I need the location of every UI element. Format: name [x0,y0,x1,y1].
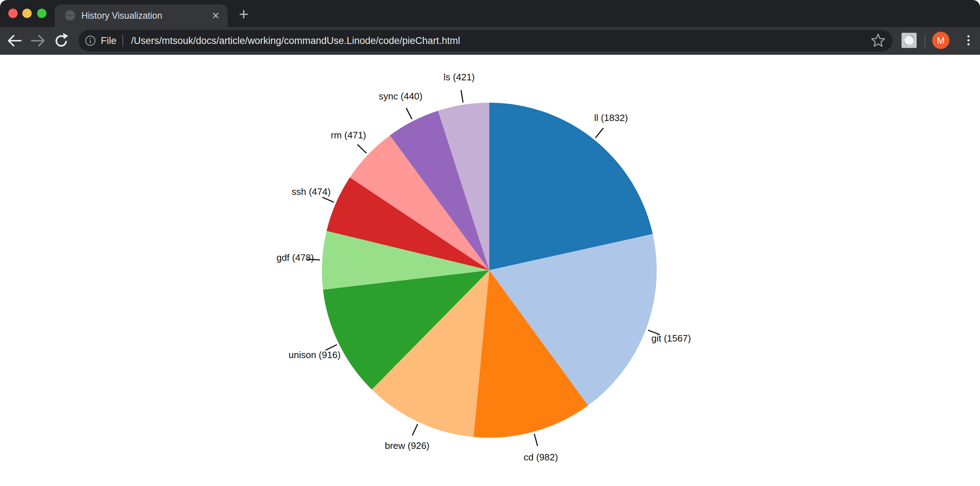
slice-label-rm: rm (471) [331,130,366,140]
macos-zoom-button[interactable] [37,9,46,18]
url-scheme-label: File [101,30,117,51]
label-tick-ll [595,128,603,138]
pie-chart: ll (1832)git (1567)cd (982)brew (926)uni… [0,55,980,486]
label-tick-cd [534,434,538,446]
slice-label-cd: cd (982) [524,452,558,462]
label-tick-rm [358,145,366,153]
slice-label-ll: ll (1832) [594,112,628,123]
reload-icon[interactable] [52,32,70,49]
toolbar-divider [924,34,925,48]
profile-avatar[interactable]: M [932,32,950,49]
browser-toolbar: File /Users/mtsouk/docs/article/working/… [0,27,980,55]
page-content: ll (1832)git (1567)cd (982)brew (926)uni… [0,55,980,486]
macos-close-button[interactable] [8,9,18,18]
slice-label-gdf: gdf (478) [277,252,314,263]
label-tick-brew [412,424,418,435]
tab-close-icon[interactable]: ✕ [209,9,223,23]
browser-menu-icon[interactable] [960,32,977,49]
url-text[interactable]: /Users/mtsouk/docs/article/working/comma… [131,30,460,51]
slice-label-unison: unison (916) [289,349,341,360]
globe-favicon-icon [65,10,76,21]
browser-window: History Visualization ✕ + File /Users/mt… [0,0,980,486]
bookmark-star-icon[interactable] [870,33,886,49]
macos-minimize-button[interactable] [22,9,32,18]
omnibox-divider [123,35,123,46]
tab-title: History Visualization [81,4,162,27]
slice-label-ssh: ssh (474) [292,186,331,197]
label-tick-sync [406,108,412,119]
slice-label-sync: sync (440) [379,91,422,102]
page-info-icon[interactable] [85,35,96,46]
slice-label-ls: ls (421) [444,72,475,83]
extension-icon[interactable] [902,33,916,48]
tab-strip: History Visualization ✕ + [0,0,980,27]
label-tick-ls [461,90,463,103]
tab-history-visualization[interactable]: History Visualization ✕ [55,4,228,27]
slice-label-brew: brew (926) [385,440,430,451]
address-bar[interactable]: File /Users/mtsouk/docs/article/working/… [78,30,892,51]
forward-icon[interactable] [30,32,47,49]
back-icon[interactable] [6,32,23,49]
slice-label-git: git (1567) [651,333,691,344]
new-tab-button[interactable]: + [234,5,253,24]
label-tick-ssh [322,197,334,202]
